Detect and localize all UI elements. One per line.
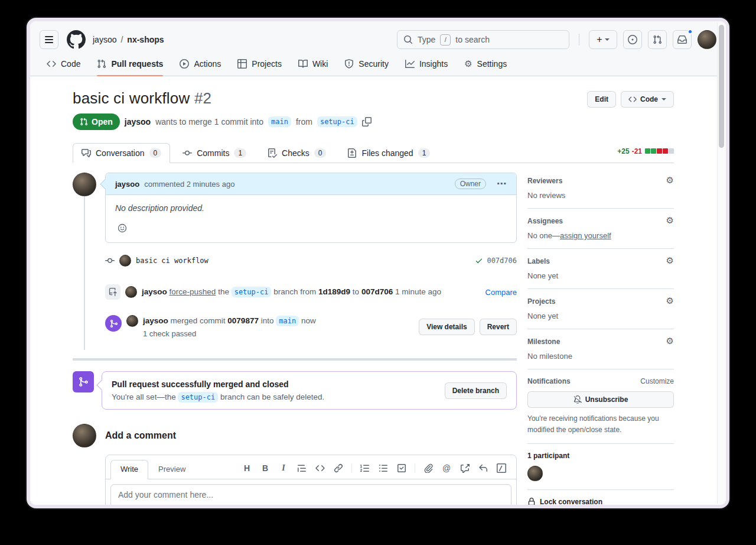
merged-banner-row: Pull request successfully merged and clo… <box>73 371 517 410</box>
revert-button[interactable]: Revert <box>480 319 517 335</box>
section-body: None yet <box>527 312 674 320</box>
code-dropdown-button[interactable]: Code <box>621 91 674 108</box>
new-sha[interactable]: 007d706 <box>361 287 393 296</box>
checklist-icon <box>268 148 277 158</box>
tab-conversation[interactable]: Conversation 0 <box>73 143 170 163</box>
create-new-button[interactable]: + <box>589 30 617 49</box>
old-sha[interactable]: 1d189d9 <box>318 287 350 296</box>
event-timestamp: 1 minute ago <box>395 287 441 296</box>
section-title: Reviewers <box>527 177 562 185</box>
cross-reference-button[interactable] <box>460 463 470 473</box>
attach-file-button[interactable] <box>423 463 434 473</box>
nav-tab-label: Pull requests <box>111 59 163 69</box>
bold-button[interactable]: B <box>260 463 271 473</box>
head-branch-label[interactable]: setup-ci <box>178 392 218 403</box>
task-list-button[interactable] <box>396 463 407 473</box>
code-icon <box>47 59 56 69</box>
tab-counter: 1 <box>418 148 431 158</box>
event-text: branch from <box>273 287 316 296</box>
participant-avatar[interactable] <box>527 466 543 481</box>
plus-icon: + <box>597 35 602 44</box>
comment-textarea[interactable] <box>110 484 511 505</box>
pr-author[interactable]: jaysoo <box>125 117 151 126</box>
check-status-text[interactable]: 1 check passed <box>143 329 419 338</box>
gear-icon[interactable]: ⚙ <box>666 297 674 306</box>
book-icon <box>298 59 308 69</box>
view-details-button[interactable]: View details <box>419 319 474 335</box>
base-branch-label[interactable]: main <box>276 316 299 326</box>
saved-replies-button[interactable] <box>478 463 488 473</box>
search-input[interactable]: Type / to search <box>397 30 569 49</box>
tab-checks[interactable]: Checks 0 <box>259 143 335 163</box>
markdown-toolbar: H B I <box>242 463 509 479</box>
head-branch-label[interactable]: setup-ci <box>232 287 272 297</box>
base-branch-label[interactable]: main <box>268 116 291 127</box>
nav-tab-code[interactable]: Code <box>41 54 86 76</box>
nav-tab-security[interactable]: Security <box>338 54 395 76</box>
quote-button[interactable] <box>296 463 307 473</box>
github-logo-icon[interactable] <box>67 30 86 49</box>
pull-requests-button[interactable] <box>648 30 667 49</box>
link-button[interactable] <box>333 463 344 473</box>
breadcrumb-owner[interactable]: jaysoo <box>93 35 116 44</box>
tab-files-changed[interactable]: Files changed 1 <box>338 143 439 163</box>
merged-sha[interactable]: 0079877 <box>227 316 259 325</box>
tab-commits[interactable]: Commits 1 <box>174 143 255 163</box>
slash-commands-button[interactable] <box>496 463 507 473</box>
delete-branch-button[interactable]: Delete branch <box>445 382 507 399</box>
numbered-list-button[interactable] <box>360 463 370 473</box>
nav-tab-label: Settings <box>477 59 507 69</box>
gear-icon[interactable]: ⚙ <box>666 176 674 185</box>
nav-tab-actions[interactable]: Actions <box>174 54 227 76</box>
gear-icon: ⚙ <box>464 60 472 69</box>
unsubscribe-button[interactable]: Unsubscribe <box>527 391 674 408</box>
notifications-inbox-button[interactable] <box>673 30 692 49</box>
comment-author-name[interactable]: jaysoo <box>115 180 139 189</box>
bullet-list-button[interactable] <box>378 463 389 473</box>
kebab-menu-icon[interactable]: ⋯ <box>497 179 507 189</box>
nav-tab-projects[interactable]: Projects <box>232 54 288 76</box>
commit-message[interactable]: basic ci workflow <box>136 257 208 265</box>
mention-button[interactable]: @ <box>441 463 452 473</box>
lock-conversation-button[interactable]: Lock conversation <box>527 498 674 505</box>
write-tab[interactable]: Write <box>110 460 148 479</box>
gear-icon[interactable]: ⚙ <box>666 216 674 225</box>
nav-tab-insights[interactable]: Insights <box>399 54 454 76</box>
owner-badge[interactable]: Owner <box>455 179 486 189</box>
code-button-label: Code <box>640 95 658 103</box>
breadcrumb-repo[interactable]: nx-shops <box>127 35 164 44</box>
force-pushed-label[interactable]: force-pushed <box>170 287 216 296</box>
preview-tab[interactable]: Preview <box>148 460 195 479</box>
nav-tab-settings[interactable]: ⚙ Settings <box>458 54 513 76</box>
nav-tab-wiki[interactable]: Wiki <box>292 54 334 76</box>
pr-description-comment: jaysoo commented 2 minutes ago Owner ⋯ N… <box>105 173 517 243</box>
assign-yourself-link[interactable]: assign yourself <box>560 231 611 240</box>
head-branch-label[interactable]: setup-ci <box>317 116 357 127</box>
gear-icon[interactable]: ⚙ <box>666 257 674 265</box>
nav-tab-label: Code <box>61 59 80 69</box>
customize-link[interactable]: Customize <box>640 377 674 385</box>
commit-sha[interactable]: 007d706 <box>487 257 517 265</box>
edit-button[interactable]: Edit <box>587 91 616 108</box>
code-button[interactable] <box>315 463 325 473</box>
diffstat: +25 -21 <box>617 147 674 163</box>
event-author-avatar[interactable] <box>126 315 138 327</box>
emoji-reaction-button[interactable] <box>115 221 129 235</box>
copy-icon[interactable] <box>362 117 372 126</box>
check-icon[interactable] <box>475 257 483 265</box>
comment-author-avatar[interactable] <box>73 173 96 196</box>
issues-button[interactable] <box>623 30 642 49</box>
compare-link[interactable]: Compare <box>485 288 517 297</box>
gear-icon[interactable]: ⚙ <box>666 337 674 346</box>
event-author-avatar[interactable] <box>125 286 137 298</box>
event-author-name[interactable]: jaysoo <box>143 316 168 325</box>
italic-button[interactable]: I <box>278 463 289 473</box>
nav-tab-pull-requests[interactable]: Pull requests <box>91 54 169 76</box>
scrollbar-thumb[interactable] <box>719 25 724 148</box>
heading-button[interactable]: H <box>242 463 252 473</box>
git-pull-request-icon <box>653 35 662 44</box>
hamburger-menu-button[interactable] <box>40 30 58 49</box>
event-author-name[interactable]: jaysoo <box>142 287 167 296</box>
commit-author-avatar[interactable] <box>119 255 131 267</box>
user-avatar[interactable] <box>698 30 716 49</box>
